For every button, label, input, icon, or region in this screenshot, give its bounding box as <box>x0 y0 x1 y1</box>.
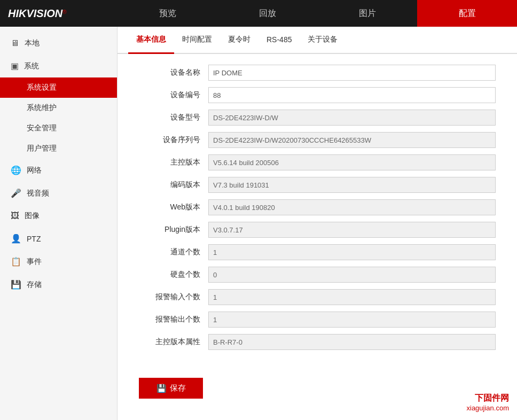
storage-icon: 💾 <box>11 279 21 290</box>
sidebar-label-ptz: PTZ <box>27 235 41 243</box>
logo: HIK VISION ® <box>8 7 67 20</box>
label-main-version: 主控版本 <box>139 158 208 167</box>
label-serial-number: 设备序列号 <box>139 135 208 145</box>
network-icon: 🌐 <box>11 165 21 175</box>
form-row-alarm-in: 报警输入个数 <box>139 289 496 305</box>
input-serial-number <box>208 132 496 148</box>
top-nav: HIK VISION ® 预览 回放 图片 配置 <box>0 0 517 27</box>
sidebar-sub-system-settings[interactable]: 系统设置 <box>0 77 117 98</box>
form-content: 设备名称 设备编号 设备型号 设备序列号 主控版本 编码版本 <box>118 54 517 367</box>
input-channel-count <box>208 244 496 260</box>
tab-dst[interactable]: 夏令时 <box>220 27 258 54</box>
watermark-line2: xiagujian.com <box>467 404 510 412</box>
input-encode-version <box>208 177 496 193</box>
form-row-serial-number: 设备序列号 <box>139 132 496 148</box>
form-row-device-name: 设备名称 <box>139 65 496 81</box>
input-plugin-version <box>208 222 496 238</box>
sidebar-item-image[interactable]: 🖼 图像 <box>0 205 117 227</box>
sidebar-label-network: 网络 <box>27 166 42 175</box>
label-plugin-version: Plugin版本 <box>139 225 208 235</box>
form-row-disk-count: 硬盘个数 <box>139 267 496 283</box>
tab-time-config[interactable]: 时间配置 <box>174 27 220 54</box>
form-row-device-number: 设备编号 <box>139 87 496 103</box>
form-row-main-version: 主控版本 <box>139 154 496 170</box>
form-row-web-version: Web版本 <box>139 199 496 215</box>
ptz-icon: 👤 <box>11 234 21 244</box>
sidebar-item-audio-video[interactable]: 🎤 视音频 <box>0 182 117 205</box>
input-device-name[interactable] <box>208 65 496 81</box>
sidebar-label-system: 系统 <box>24 61 39 71</box>
label-device-model: 设备型号 <box>139 113 208 122</box>
input-device-model <box>208 110 496 126</box>
sidebar-item-ptz[interactable]: 👤 PTZ <box>0 227 117 250</box>
tab-about-device[interactable]: 关于设备 <box>300 27 346 54</box>
save-button[interactable]: 💾 保存 <box>139 378 203 399</box>
label-alarm-in: 报警输入个数 <box>139 292 208 302</box>
watermark: 下固件网 xiagujian.com <box>467 393 510 412</box>
sidebar-item-storage[interactable]: 💾 存储 <box>0 273 117 296</box>
system-icon: ▣ <box>11 61 19 71</box>
label-channel-count: 通道个数 <box>139 247 208 257</box>
watermark-line1: 下固件网 <box>467 393 510 404</box>
form-row-alarm-out: 报警输出个数 <box>139 312 496 328</box>
sidebar-item-local[interactable]: 🖥 本地 <box>0 32 117 55</box>
input-disk-count <box>208 267 496 283</box>
label-alarm-out: 报警输出个数 <box>139 315 208 324</box>
content-area: 基本信息 时间配置 夏令时 RS-485 关于设备 设备名称 设备编号 设备型号… <box>118 27 517 420</box>
sidebar-sub-system-maintenance[interactable]: 系统维护 <box>0 98 117 118</box>
event-icon: 📋 <box>11 256 21 267</box>
label-disk-count: 硬盘个数 <box>139 270 208 279</box>
nav-items: 预览 回放 图片 配置 <box>118 0 517 27</box>
form-row-device-model: 设备型号 <box>139 110 496 126</box>
nav-playback[interactable]: 回放 <box>217 0 317 27</box>
nav-config[interactable]: 配置 <box>417 0 517 27</box>
label-encode-version: 编码版本 <box>139 180 208 190</box>
logo-reg: ® <box>62 9 66 15</box>
form-row-channel-count: 通道个数 <box>139 244 496 260</box>
monitor-icon: 🖥 <box>11 38 19 48</box>
form-row-plugin-version: Plugin版本 <box>139 222 496 238</box>
save-icon: 💾 <box>156 384 167 393</box>
sidebar-label-storage: 存储 <box>27 280 42 290</box>
input-device-number[interactable] <box>208 87 496 103</box>
sidebar-label-event: 事件 <box>27 257 42 267</box>
button-row: 💾 保存 <box>118 367 517 409</box>
nav-picture[interactable]: 图片 <box>317 0 417 27</box>
sidebar-item-system[interactable]: ▣ 系统 <box>0 55 117 77</box>
sidebar-item-event[interactable]: 📋 事件 <box>0 250 117 273</box>
sidebar-sub-user-management[interactable]: 用户管理 <box>0 138 117 159</box>
sidebar-item-network[interactable]: 🌐 网络 <box>0 159 117 182</box>
label-device-number: 设备编号 <box>139 90 208 100</box>
input-alarm-in <box>208 289 496 305</box>
nav-preview[interactable]: 预览 <box>118 0 217 27</box>
input-main-version-attr <box>208 334 496 350</box>
sidebar-sub-security[interactable]: 安全管理 <box>0 118 117 138</box>
tab-rs485[interactable]: RS-485 <box>258 27 300 53</box>
form-row-encode-version: 编码版本 <box>139 177 496 193</box>
input-main-version <box>208 154 496 170</box>
logo-area: HIK VISION ® <box>0 0 118 27</box>
logo-text: HIK <box>8 7 26 20</box>
label-device-name: 设备名称 <box>139 68 208 77</box>
input-alarm-out <box>208 312 496 328</box>
image-icon: 🖼 <box>11 211 19 221</box>
form-row-main-version-attr: 主控版本属性 <box>139 334 496 350</box>
sidebar-label-audio-video: 视音频 <box>27 189 49 198</box>
tab-basic-info[interactable]: 基本信息 <box>128 27 174 54</box>
sidebar-label-local: 本地 <box>25 38 40 48</box>
logo-vision: VISION <box>26 7 62 20</box>
save-label: 保存 <box>170 383 186 393</box>
label-main-version-attr: 主控版本属性 <box>139 337 208 347</box>
input-web-version <box>208 199 496 215</box>
tab-nav: 基本信息 时间配置 夏令时 RS-485 关于设备 <box>118 27 517 54</box>
audio-video-icon: 🎤 <box>11 188 21 198</box>
sidebar: 🖥 本地 ▣ 系统 系统设置 系统维护 安全管理 用户管理 🌐 网络 🎤 视音频… <box>0 27 118 420</box>
main-layout: 🖥 本地 ▣ 系统 系统设置 系统维护 安全管理 用户管理 🌐 网络 🎤 视音频… <box>0 27 517 420</box>
sidebar-label-image: 图像 <box>25 211 40 221</box>
label-web-version: Web版本 <box>139 203 208 212</box>
